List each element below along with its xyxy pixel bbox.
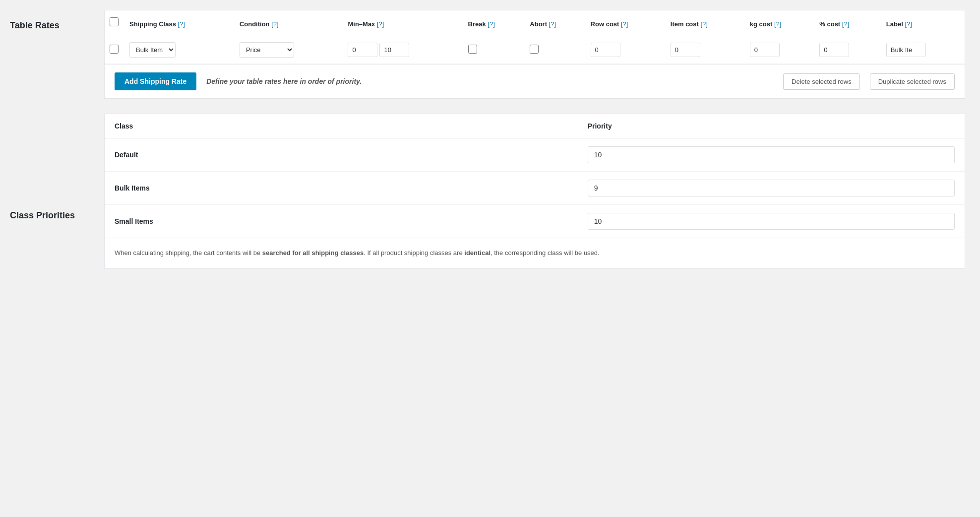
row-cost-help[interactable]: [?] — [621, 20, 628, 28]
col-label: Label [?] — [881, 10, 965, 36]
pct-cost-cell — [814, 36, 881, 64]
min-input[interactable] — [348, 43, 377, 57]
priority-value-cell — [578, 138, 965, 172]
row-cost-input[interactable] — [591, 43, 620, 57]
table-row: Bulk Item Price — [105, 36, 965, 64]
item-cost-cell — [666, 36, 745, 64]
footer-note-text1: When calculating shipping, the cart cont… — [115, 249, 262, 257]
select-all-col — [105, 10, 124, 36]
condition-select[interactable]: Price — [240, 42, 294, 58]
row-checkbox[interactable] — [110, 45, 119, 54]
shipping-class-select[interactable]: Bulk Item — [129, 42, 176, 58]
col-condition: Condition [?] — [235, 10, 343, 36]
kg-cost-cell — [745, 36, 815, 64]
priority-col-header: Priority — [578, 114, 965, 138]
row-shipping-class-cell: Bulk Item — [124, 36, 235, 64]
col-row-cost: Row cost [?] — [586, 10, 666, 36]
pct-cost-help[interactable]: [?] — [842, 20, 849, 28]
row-abort-cell — [525, 36, 585, 64]
priority-value-cell — [578, 172, 965, 205]
row-cost-cell — [586, 36, 666, 64]
footer-hint: Define your table rates here in order of… — [206, 77, 773, 85]
row-condition-cell: Price — [235, 36, 343, 64]
item-cost-help[interactable]: [?] — [700, 20, 707, 28]
class-col-header: Class — [105, 114, 578, 138]
priority-class-name: Small Items — [105, 205, 578, 238]
label-input[interactable] — [886, 43, 926, 57]
table-footer: Add Shipping Rate Define your table rate… — [105, 64, 965, 98]
priority-input-0[interactable] — [588, 146, 955, 163]
col-item-cost: Item cost [?] — [666, 10, 745, 36]
footer-note-text2: . If all product shipping classes are — [364, 249, 464, 257]
shipping-class-help[interactable]: [?] — [178, 20, 185, 28]
max-input[interactable] — [379, 43, 409, 57]
priority-class-name: Bulk Items — [105, 172, 578, 205]
abort-help[interactable]: [?] — [549, 20, 556, 28]
priority-input-1[interactable] — [588, 180, 955, 196]
col-abort: Abort [?] — [525, 10, 585, 36]
rates-table: Shipping Class [?] Condition [?] Min–Max… — [105, 10, 965, 64]
abort-checkbox[interactable] — [530, 45, 539, 54]
condition-help[interactable]: [?] — [271, 20, 278, 28]
kg-cost-help[interactable]: [?] — [774, 20, 781, 28]
priority-class-name: Default — [105, 138, 578, 172]
min-max-help[interactable]: [?] — [377, 20, 384, 28]
col-break: Break [?] — [463, 10, 525, 36]
footer-note: When calculating shipping, the cart cont… — [105, 238, 965, 268]
add-shipping-rate-button[interactable]: Add Shipping Rate — [115, 72, 196, 90]
break-help[interactable]: [?] — [488, 20, 494, 28]
class-priorities-label: Class Priorities — [10, 210, 89, 221]
break-checkbox[interactable] — [468, 45, 477, 54]
priorities-table: Class Priority Default Bulk Items Small … — [105, 114, 965, 238]
select-all-checkbox[interactable] — [110, 17, 119, 26]
priority-value-cell — [578, 205, 965, 238]
priority-row: Bulk Items — [105, 172, 965, 205]
col-kg-cost: kg cost [?] — [745, 10, 815, 36]
col-min-max: Min–Max [?] — [343, 10, 463, 36]
table-rates-section: Shipping Class [?] Condition [?] Min–Max… — [104, 10, 965, 99]
col-pct-cost: % cost [?] — [814, 10, 881, 36]
priority-row: Default — [105, 138, 965, 172]
row-checkbox-cell — [105, 36, 124, 64]
label-cell — [881, 36, 965, 64]
label-help[interactable]: [?] — [905, 20, 912, 28]
row-min-max-cell — [343, 36, 463, 64]
pct-cost-input[interactable] — [819, 43, 849, 57]
delete-rows-button[interactable]: Delete selected rows — [783, 73, 860, 90]
row-break-cell — [463, 36, 525, 64]
duplicate-rows-button[interactable]: Duplicate selected rows — [870, 73, 955, 90]
footer-note-text3: , the corresponding class will be used. — [490, 249, 600, 257]
class-priorities-section: Class Priority Default Bulk Items Small … — [104, 114, 965, 269]
footer-note-bold2: identical — [464, 249, 490, 257]
kg-cost-input[interactable] — [750, 43, 780, 57]
priority-input-2[interactable] — [588, 213, 955, 230]
col-shipping-class: Shipping Class [?] — [124, 10, 235, 36]
table-rates-label: Table Rates — [10, 20, 89, 31]
priority-row: Small Items — [105, 205, 965, 238]
footer-note-bold1: searched for all shipping classes — [262, 249, 364, 257]
item-cost-input[interactable] — [671, 43, 700, 57]
